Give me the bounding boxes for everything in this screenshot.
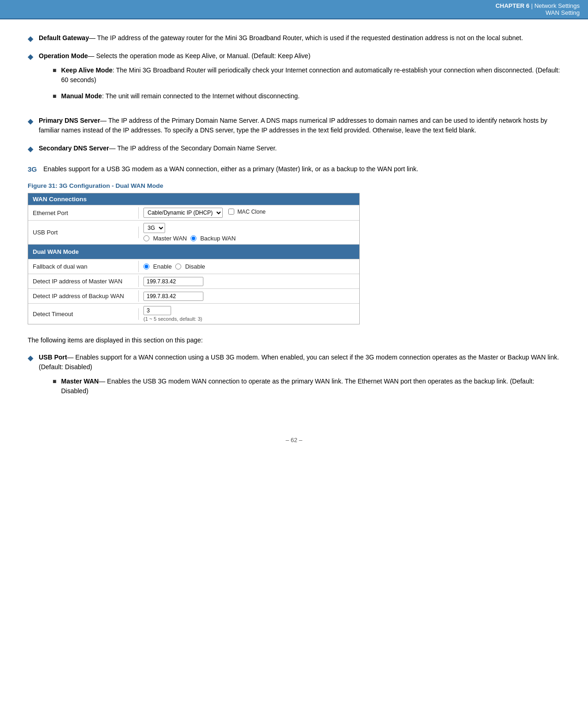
ethernet-port-select[interactable]: Cable/Dynamic IP (DHCP) [143, 208, 223, 218]
diamond-icon-4: ◆ [28, 144, 33, 153]
square-icon-3: ■ [53, 377, 56, 385]
mac-clone-checkbox[interactable] [228, 209, 234, 215]
backup-wan-radio-label: Backup WAN [200, 235, 236, 242]
value-ethernet-port: Cable/Dynamic IP (DHCP) MAC Clone [139, 205, 359, 220]
term-default-gateway: Default Gateway [39, 34, 89, 42]
term-manual-mode: Manual Mode [61, 92, 102, 100]
term-usb-port: USB Port [39, 354, 67, 361]
fallback-enable-label: Enable [153, 263, 172, 270]
mac-clone-label: MAC Clone [238, 209, 266, 215]
section-3g-row: 3G Enables support for a USB 3G modem as… [28, 164, 560, 174]
header-subtitle: WAN Setting [546, 9, 580, 16]
wan-connections-table: WAN Connections Ethernet Port Cable/Dyna… [28, 193, 360, 324]
figure-title: Figure 31: 3G Configuration - Dual WAN M… [28, 182, 560, 189]
label-usb-port: USB Port [28, 227, 139, 238]
term-secondary-dns: Secondary DNS Server [39, 144, 109, 152]
text-secondary-dns: — The IP address of the Secondary Domain… [109, 144, 277, 152]
header-title: Network Settings [535, 2, 580, 9]
bullet-primary-dns-content: Primary DNS Server— The IP address of th… [39, 116, 560, 135]
header-right: CHAPTER 6 | Network Settings WAN Setting [495, 2, 580, 16]
bullet-secondary-dns-content: Secondary DNS Server— The IP address of … [39, 144, 560, 153]
wan-row-ethernet: Ethernet Port Cable/Dynamic IP (DHCP) MA… [28, 205, 359, 220]
value-detect-backup [139, 289, 359, 303]
wan-row-detect-timeout: Detect Timeout (1 ~ 5 seconds, default: … [28, 303, 359, 324]
wan-row-detect-backup: Detect IP address of Backup WAN [28, 288, 359, 303]
backup-wan-radio[interactable] [190, 235, 196, 241]
bullet-secondary-dns: ◆ Secondary DNS Server— The IP address o… [28, 144, 560, 153]
bullet-operation-mode: ◆ Operation Mode— Selects the operation … [28, 51, 560, 108]
diamond-icon-3: ◆ [28, 117, 33, 126]
label-fallback: Fallback of dual wan [28, 261, 139, 272]
page-header: CHAPTER 6 | Network Settings WAN Setting [0, 0, 588, 19]
value-fallback: Enable Disable [139, 261, 359, 272]
text-manual-mode: : The unit will remain connected to the … [102, 92, 300, 100]
page-number: – 62 – [285, 437, 302, 443]
page-footer: – 62 – [0, 429, 588, 447]
term-keep-alive: Keep Alive Mode [61, 66, 113, 74]
detect-backup-input[interactable] [143, 292, 203, 301]
bullet-operation-mode-content: Operation Mode— Selects the operation mo… [39, 51, 560, 108]
bullet-primary-dns: ◆ Primary DNS Server— The IP address of … [28, 116, 560, 135]
wan-row-fallback: Fallback of dual wan Enable Disable [28, 259, 359, 274]
text-operation-mode: — Selects the operation mode as Keep Ali… [88, 52, 311, 60]
master-wan-radio-label: Master WAN [153, 235, 187, 242]
detect-timeout-note: (1 ~ 5 seconds, default: 3) [143, 316, 355, 322]
text-primary-dns: — The IP address of the Primary Domain N… [39, 117, 547, 134]
term-primary-dns: Primary DNS Server [39, 117, 100, 124]
fallback-radio-group: Enable Disable [143, 263, 355, 270]
fallback-disable-label: Disable [185, 263, 205, 270]
wan-mode-radio-group: Master WAN Backup WAN [143, 235, 355, 242]
value-detect-timeout: (1 ~ 5 seconds, default: 3) [139, 304, 359, 324]
section-3g: 3G Enables support for a USB 3G modem as… [28, 164, 560, 174]
sub-bullets-operation: ■ Keep Alive Mode: The Mini 3G Broadband… [53, 66, 560, 101]
bullet-usb-port: ◆ USB Port— Enables support for a WAN co… [28, 353, 560, 402]
term-master-wan-sub: Master WAN [61, 377, 99, 385]
main-content: ◆ Default Gateway— The IP address of the… [0, 19, 588, 429]
diamond-icon-2: ◆ [28, 52, 33, 61]
dual-wan-label: Dual WAN Mode [33, 248, 79, 255]
square-icon-1: ■ [53, 66, 56, 74]
dual-wan-section-header: Dual WAN Mode [28, 244, 359, 259]
text-usb-port: — Enables support for a WAN connection u… [39, 354, 559, 371]
sub-bullets-usb: ■ Master WAN— Enables the USB 3G modem W… [53, 377, 560, 396]
text-master-wan-sub: — Enables the USB 3G modem WAN connectio… [61, 377, 534, 395]
bullet-usb-port-content: USB Port— Enables support for a WAN conn… [39, 353, 560, 402]
label-detect-backup: Detect IP address of Backup WAN [28, 290, 139, 302]
label-detect-timeout: Detect Timeout [28, 308, 139, 320]
value-detect-master [139, 275, 359, 288]
diamond-icon-5: ◆ [28, 354, 33, 362]
text-3g: Enables support for a USB 3G modem as a … [43, 164, 418, 174]
value-usb-port: 3G Master WAN Backup WAN [139, 221, 359, 244]
fallback-enable-radio[interactable] [143, 264, 149, 270]
sub-bullet-manual-mode: ■ Manual Mode: The unit will remain conn… [53, 91, 560, 101]
master-wan-radio[interactable] [143, 235, 149, 241]
text-default-gateway: — The IP address of the gateway router f… [89, 34, 523, 42]
bullet-default-gateway: ◆ Default Gateway— The IP address of the… [28, 33, 560, 43]
label-ethernet-port: Ethernet Port [28, 207, 139, 219]
following-items-text: The following items are displayed in thi… [28, 336, 560, 345]
sub-bullet-master-wan: ■ Master WAN— Enables the USB 3G modem W… [53, 377, 560, 396]
chapter-label: CHAPTER 6 [495, 2, 529, 9]
detect-timeout-input[interactable] [143, 306, 171, 315]
term-operation-mode: Operation Mode [39, 52, 88, 60]
diamond-icon: ◆ [28, 34, 33, 43]
wan-table-header: WAN Connections [28, 193, 359, 205]
detect-master-input[interactable] [143, 277, 203, 286]
sub-bullet-keep-alive: ■ Keep Alive Mode: The Mini 3G Broadband… [53, 66, 560, 85]
label-3g: 3G [28, 165, 37, 173]
text-keep-alive: : The Mini 3G Broadband Router will peri… [61, 66, 560, 84]
fallback-disable-radio[interactable] [175, 264, 181, 270]
mac-clone-checkbox-group: MAC Clone [228, 209, 266, 215]
square-icon-2: ■ [53, 92, 56, 100]
wan-row-usb: USB Port 3G Master WAN Backup WAN [28, 220, 359, 244]
usb-port-select[interactable]: 3G [143, 223, 165, 233]
header-separator: | [531, 2, 535, 9]
wan-row-detect-master: Detect IP address of Master WAN [28, 274, 359, 288]
bullet-default-gateway-content: Default Gateway— The IP address of the g… [39, 33, 560, 43]
label-detect-master: Detect IP address of Master WAN [28, 276, 139, 287]
